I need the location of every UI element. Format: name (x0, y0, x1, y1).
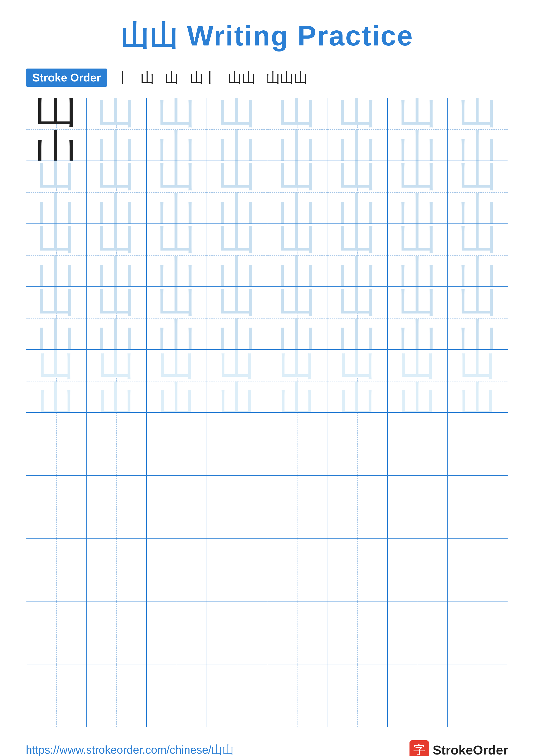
char-light: 山山 (458, 224, 497, 286)
grid-cell[interactable]: 山山 (448, 98, 508, 161)
grid-cell[interactable]: 山山 (327, 161, 388, 224)
grid-cell[interactable]: 山山 (147, 161, 207, 224)
grid-cell[interactable]: 山山 (388, 350, 448, 412)
grid-cell[interactable]: 山山 (267, 350, 328, 412)
grid-cell-empty[interactable] (448, 413, 508, 475)
title-row: 山山 Writing Practice (26, 17, 508, 55)
grid-cell[interactable]: 山山 (388, 161, 448, 224)
grid-cell[interactable]: 山山 (388, 98, 448, 161)
grid-cell[interactable]: 山山 (448, 350, 508, 412)
grid-cell-empty[interactable] (327, 413, 388, 475)
grid-cell-empty[interactable] (267, 413, 328, 475)
grid-cell-empty[interactable] (87, 602, 147, 664)
grid-cell-empty[interactable] (26, 475, 87, 538)
grid-cell[interactable]: 山山 (147, 350, 207, 412)
grid-cell-empty[interactable] (388, 475, 448, 538)
grid-cell-empty[interactable] (267, 602, 328, 664)
grid-cell-empty[interactable] (147, 413, 207, 475)
grid-cell-empty[interactable] (87, 539, 147, 601)
footer-url[interactable]: https://www.strokeorder.com/chinese/山山 (26, 742, 234, 756)
grid-cell-empty[interactable] (26, 664, 87, 727)
grid-cell-empty[interactable] (87, 664, 147, 727)
char-light: 山山 (37, 224, 76, 286)
grid-cell[interactable]: 山山 (267, 224, 328, 286)
grid-cell-empty[interactable] (448, 602, 508, 664)
grid-cell[interactable]: 山山 (207, 350, 267, 412)
grid-cell-empty[interactable] (267, 664, 328, 727)
stroke-steps: 丨 山 山 山丨 山山 山山山 (116, 68, 308, 87)
grid-cell-empty[interactable] (448, 475, 508, 538)
char-light: 山山 (458, 287, 497, 349)
grid-cell[interactable]: 山山 (267, 98, 328, 161)
grid-cell-empty[interactable] (388, 539, 448, 601)
grid-cell[interactable]: 山山 (207, 98, 267, 161)
grid-cell[interactable]: 山山 (388, 224, 448, 286)
stroke-order-badge: Stroke Order (26, 68, 107, 87)
grid-cell-empty[interactable] (267, 539, 328, 601)
grid-cell-empty[interactable] (388, 664, 448, 727)
grid-cell[interactable]: 山山 (26, 224, 87, 286)
grid-cell[interactable]: 山山 (26, 98, 87, 161)
grid-cell-empty[interactable] (147, 475, 207, 538)
grid-cell[interactable]: 山山 (147, 224, 207, 286)
grid-cell-empty[interactable] (327, 475, 388, 538)
grid-cell[interactable]: 山山 (87, 161, 147, 224)
char-very-light: 山山 (38, 350, 75, 412)
grid-cell-empty[interactable] (207, 475, 267, 538)
footer-brand: 字 StrokeOrder (410, 740, 508, 756)
grid-cell[interactable]: 山山 (147, 287, 207, 349)
grid-cell[interactable]: 山山 (327, 350, 388, 412)
title-icon: 山山 (121, 20, 178, 51)
grid-cell-empty[interactable] (207, 413, 267, 475)
grid-cell[interactable]: 山山 (87, 224, 147, 286)
grid-cell[interactable]: 山山 (26, 350, 87, 412)
grid-cell-empty[interactable] (147, 602, 207, 664)
grid-row-7 (26, 475, 508, 539)
grid-cell[interactable]: 山山 (327, 224, 388, 286)
grid-cell-empty[interactable] (207, 602, 267, 664)
grid-row-5: 山山 山山 山山 山山 山山 山山 山山 山山 (26, 350, 508, 413)
grid-cell-empty[interactable] (327, 539, 388, 601)
grid-cell[interactable]: 山山 (327, 287, 388, 349)
grid-cell-empty[interactable] (327, 664, 388, 727)
grid-cell[interactable]: 山山 (147, 98, 207, 161)
grid-cell[interactable]: 山山 (448, 287, 508, 349)
char-light: 山山 (217, 287, 256, 349)
grid-cell[interactable]: 山山 (207, 161, 267, 224)
grid-cell[interactable]: 山山 (267, 287, 328, 349)
grid-cell-empty[interactable] (448, 664, 508, 727)
grid-cell-empty[interactable] (448, 539, 508, 601)
char-light: 山山 (338, 287, 377, 349)
grid-cell[interactable]: 山山 (207, 224, 267, 286)
grid-cell[interactable]: 山山 (267, 161, 328, 224)
grid-cell-empty[interactable] (26, 602, 87, 664)
grid-cell-empty[interactable] (26, 539, 87, 601)
title-label: Writing Practice (187, 20, 413, 51)
writing-grid[interactable]: 山山 山山 山山 山山 山山 山山 山山 山山 (26, 97, 508, 727)
grid-cell-empty[interactable] (87, 475, 147, 538)
grid-cell[interactable]: 山山 (87, 350, 147, 412)
grid-cell[interactable]: 山山 (448, 161, 508, 224)
grid-cell[interactable]: 山山 (207, 287, 267, 349)
grid-cell-empty[interactable] (388, 413, 448, 475)
grid-cell-empty[interactable] (147, 539, 207, 601)
grid-cell-empty[interactable] (26, 413, 87, 475)
stroke-step-4: 山丨 (190, 68, 217, 87)
grid-cell-empty[interactable] (207, 539, 267, 601)
grid-cell[interactable]: 山山 (388, 287, 448, 349)
grid-cell-empty[interactable] (388, 602, 448, 664)
grid-cell[interactable]: 山山 (26, 287, 87, 349)
grid-cell[interactable]: 山山 (87, 287, 147, 349)
grid-cell-empty[interactable] (267, 475, 328, 538)
grid-cell[interactable]: 山山 (87, 98, 147, 161)
grid-cell-empty[interactable] (207, 664, 267, 727)
grid-cell[interactable]: 山山 (448, 224, 508, 286)
grid-cell[interactable]: 山山 (327, 98, 388, 161)
char-light: 山山 (278, 224, 317, 286)
grid-cell-empty[interactable] (327, 602, 388, 664)
char-dark: 山山 (35, 98, 78, 161)
grid-cell-empty[interactable] (147, 664, 207, 727)
grid-cell-empty[interactable] (87, 413, 147, 475)
grid-cell[interactable]: 山山 (26, 161, 87, 224)
grid-row-1: 山山 山山 山山 山山 山山 山山 山山 山山 (26, 98, 508, 161)
